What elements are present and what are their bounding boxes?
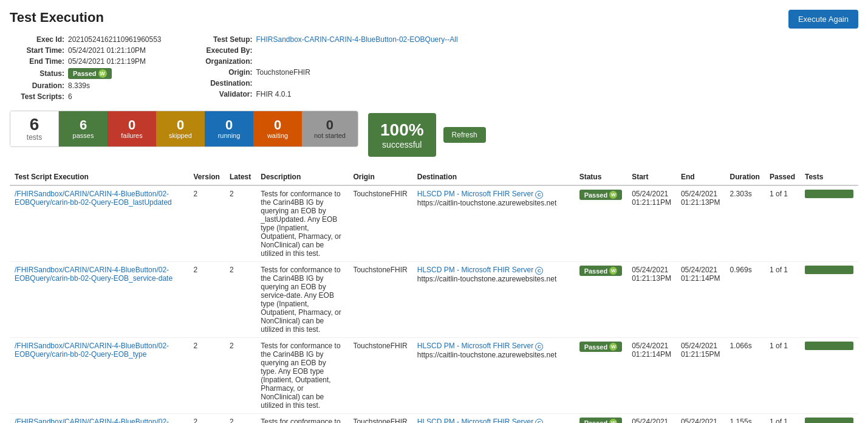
table-row: /FHIRSandbox/CARIN/CARIN-4-BlueButton/02… (10, 338, 858, 414)
cell-script: /FHIRSandbox/CARIN/CARIN-4-BlueButton/02… (10, 262, 189, 338)
passes-label: passes (73, 132, 94, 139)
metadata-section: Exec Id: 20210524162110961960553 Start T… (10, 35, 858, 101)
validator-value: FHIR 4.0.1 (256, 90, 292, 98)
col-header-status: Status (575, 169, 627, 185)
cell-script: /FHIRSandbox/CARIN/CARIN-4-BlueButton/02… (10, 338, 189, 414)
execute-again-button[interactable]: Execute Again (788, 10, 858, 29)
refresh-button[interactable]: Refresh (443, 127, 486, 143)
cell-script: /FHIRSandbox/CARIN/CARIN-4-BlueButton/02… (10, 414, 189, 424)
cell-description: Tests for conformance to the Carin4BB IG… (256, 338, 348, 414)
cell-version: 2 (189, 414, 225, 424)
w-badge: W (609, 419, 617, 423)
w-badge: W (609, 343, 617, 351)
col-header-duration: Duration (725, 169, 765, 185)
cell-status: Passed W (575, 414, 627, 424)
cell-version: 2 (189, 185, 225, 262)
test-scripts-value: 6 (68, 92, 72, 101)
cell-duration: 1.155s (725, 414, 765, 424)
origin-label: Origin: (198, 68, 253, 77)
col-header-destination: Destination (412, 169, 575, 185)
skipped-count: 0 (177, 119, 184, 132)
col-header-start: Start (627, 169, 676, 185)
test-setup-link[interactable]: FHIRSandbox-CARIN-CARIN-4-BlueButton-02-… (256, 35, 458, 44)
col-header-passed: Passed (765, 169, 800, 185)
destination-label: Destination: (198, 79, 253, 88)
script-link[interactable]: /FHIRSandbox/CARIN/CARIN-4-BlueButton/02… (15, 418, 169, 423)
cell-passed: 1 of 1 (765, 185, 800, 262)
end-time-value: 05/24/2021 01:21:19PM (68, 57, 146, 66)
status-badge: Passed W (579, 266, 623, 276)
failures-count: 0 (128, 119, 135, 132)
executed-by-label: Executed By: (198, 46, 253, 55)
cell-description: Tests for conformance to the Carin4BB IG… (256, 185, 348, 262)
destination-link[interactable]: HLSCD PM - Microsoft FHIR Server (417, 190, 533, 198)
status-label: Status: (10, 69, 64, 78)
c-badge: C (535, 419, 543, 423)
failures-label: failures (121, 132, 142, 139)
cell-duration: 2.303s (725, 185, 765, 262)
cell-origin: TouchstoneFHIR (348, 185, 412, 262)
cell-version: 2 (189, 338, 225, 414)
cell-passed: 1 of 1 (765, 338, 800, 414)
stat-running: 0 running (205, 111, 253, 146)
cell-latest: 2 (225, 185, 256, 262)
cell-status: Passed W (575, 262, 627, 338)
success-pct: 100% (380, 120, 424, 140)
stat-skipped: 0 skipped (156, 111, 205, 146)
table-row: /FHIRSandbox/CARIN/CARIN-4-BlueButton/02… (10, 185, 858, 262)
destination-link[interactable]: HLSCD PM - Microsoft FHIR Server (417, 342, 533, 350)
start-time-label: Start Time: (10, 46, 64, 55)
duration-value: 8.339s (68, 81, 90, 90)
cell-destination: HLSCD PM - Microsoft FHIR Server C https… (412, 338, 575, 414)
cell-duration: 1.066s (725, 338, 765, 414)
cell-duration: 0.969s (725, 262, 765, 338)
cell-latest: 2 (225, 414, 256, 424)
exec-id-value: 20210524162110961960553 (68, 35, 162, 44)
meta-left: Exec Id: 20210524162110961960553 Start T… (10, 35, 162, 101)
running-label: running (218, 132, 241, 139)
cell-status: Passed W (575, 185, 627, 262)
stat-tests: 6 tests (10, 111, 59, 146)
destination-link[interactable]: HLSCD PM - Microsoft FHIR Server (417, 266, 533, 274)
cell-start: 05/24/2021 01:21:15PM (627, 414, 676, 424)
cell-end: 05/24/2021 01:21:14PM (676, 262, 725, 338)
cell-status: Passed W (575, 338, 627, 414)
col-header-script: Test Script Execution (10, 169, 189, 185)
progress-bar (805, 418, 853, 423)
stats-row: 6 tests 6 passes 0 failures 0 skipped 0 … (10, 111, 858, 159)
progress-bar (805, 342, 853, 350)
script-link[interactable]: /FHIRSandbox/CARIN/CARIN-4-BlueButton/02… (15, 190, 172, 207)
meta-right: Test Setup: FHIRSandbox-CARIN-CARIN-4-Bl… (198, 35, 458, 101)
not-started-count: 0 (326, 119, 333, 132)
script-link[interactable]: /FHIRSandbox/CARIN/CARIN-4-BlueButton/02… (15, 342, 169, 359)
running-count: 0 (225, 119, 233, 132)
cell-tests (800, 185, 858, 262)
exec-id-label: Exec Id: (10, 35, 64, 44)
cell-script: /FHIRSandbox/CARIN/CARIN-4-BlueButton/02… (10, 185, 189, 262)
script-link[interactable]: /FHIRSandbox/CARIN/CARIN-4-BlueButton/02… (15, 266, 173, 283)
col-header-latest: Latest (225, 169, 256, 185)
cell-end: 05/24/2021 01:21:13PM (676, 185, 725, 262)
tests-label: tests (27, 133, 42, 142)
waiting-label: waiting (267, 132, 288, 139)
col-header-tests: Tests (800, 169, 858, 185)
status-badge: Passed W (579, 190, 623, 200)
not-started-label: not started (314, 132, 346, 139)
cell-description: Tests for conformance to the Carin4BB IG… (256, 414, 348, 424)
cell-passed: 1 of 1 (765, 414, 800, 424)
col-header-description: Description (256, 169, 348, 185)
cell-passed: 1 of 1 (765, 262, 800, 338)
cell-origin: TouchstoneFHIR (348, 338, 412, 414)
w-badge: W (609, 267, 617, 275)
success-box: 100% successful (368, 113, 436, 157)
stats-bar: 6 tests 6 passes 0 failures 0 skipped 0 … (10, 111, 358, 147)
cell-end: 05/24/2021 01:21:15PM (676, 338, 725, 414)
table-row: /FHIRSandbox/CARIN/CARIN-4-BlueButton/02… (10, 262, 858, 338)
passes-count: 6 (80, 119, 87, 132)
cell-start: 05/24/2021 01:21:13PM (627, 262, 676, 338)
destination-link[interactable]: HLSCD PM - Microsoft FHIR Server (417, 418, 533, 423)
test-scripts-label: Test Scripts: (10, 92, 64, 101)
cell-origin: TouchstoneFHIR (348, 262, 412, 338)
w-badge: W (609, 191, 617, 199)
end-time-label: End Time: (10, 57, 64, 66)
